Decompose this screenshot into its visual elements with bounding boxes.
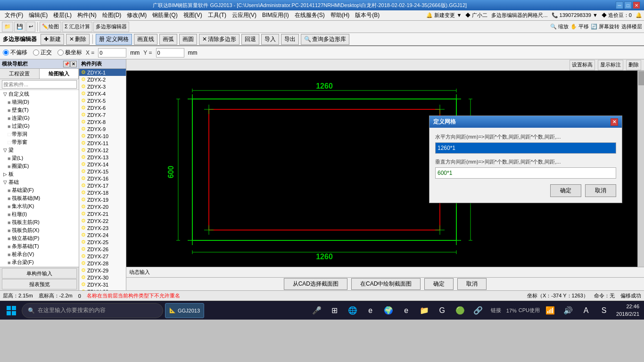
v-spacing-input[interactable] [435, 167, 616, 179]
tree-item[interactable]: ■ 柱墩(I) [0, 210, 79, 218]
poly-import-btn[interactable]: 导入 [261, 34, 279, 45]
comp-item-zdyx11[interactable]: ⚙ ZDYX-11 [79, 140, 126, 147]
comp-item-zdyx12[interactable]: ⚙ ZDYX-12 [79, 147, 126, 154]
tree-item[interactable]: □ 带形窗 [0, 138, 79, 146]
menu-edit[interactable]: 编辑(E) [26, 10, 50, 20]
volume-icon[interactable]: 🔊 [561, 303, 576, 318]
vertical-scrollbar[interactable] [637, 71, 644, 267]
radio-orthogonal-input[interactable] [33, 49, 39, 56]
dialog-close-button[interactable]: ✕ [611, 118, 618, 126]
task-icon[interactable]: ⊞ [327, 303, 342, 318]
tree-item[interactable]: ▽ 自定义线 [0, 90, 79, 98]
comp-item-zdyx19[interactable]: ⚙ ZDYX-19 [79, 196, 126, 203]
security-icon[interactable]: S [596, 303, 611, 318]
comp-item-zdyx3[interactable]: ⚙ ZDYX-3 [79, 83, 126, 90]
menu-version[interactable]: 版本号(B) [352, 10, 382, 20]
comp-item-zdyx25[interactable]: ⚙ ZDYX-25 [79, 239, 126, 246]
comp-item-zdyx29[interactable]: ⚙ ZDYX-29 [79, 267, 126, 274]
cad-select-btn[interactable]: 从CAD选择截面图 [284, 278, 347, 290]
comp-item-zdyx23[interactable]: ⚙ ZDYX-23 [79, 224, 126, 231]
menu-floor[interactable]: 楼层(L) [50, 10, 74, 20]
comp-item-zdyx17[interactable]: ⚙ ZDYX-17 [79, 182, 126, 189]
tree-item[interactable]: ■ 圈梁(E) [0, 162, 79, 170]
tree-item[interactable]: ■ 墙洞(D) [0, 98, 79, 106]
toolbar-open-btn[interactable]: 📁 [2, 22, 13, 32]
poly-circle-btn[interactable]: 画圆 [179, 34, 197, 45]
poly-line-btn[interactable]: 画直线 [134, 34, 157, 45]
comp-item-zdyx28[interactable]: ⚙ ZDYX-28 [79, 260, 126, 267]
tree-item[interactable]: ■ 过梁(G) [0, 122, 79, 130]
menu-rebar[interactable]: 钢筋量(Q) [149, 10, 180, 20]
toolbar-save-btn[interactable]: 💾 [14, 22, 25, 32]
poly-arc-btn[interactable]: 画弧 [159, 34, 177, 45]
poly-grid-btn[interactable]: 册 定义网格 [96, 34, 132, 45]
poly-query-btn[interactable]: 🔍 查询多边形库 [301, 34, 349, 45]
comp-item-zdyx26[interactable]: ⚙ ZDYX-26 [79, 246, 126, 253]
menu-view[interactable]: 视图(V) [181, 10, 205, 20]
comp-item-zdyx13[interactable]: ⚙ ZDYX-13 [79, 154, 126, 161]
tree-item[interactable]: ▽ 基础 [0, 178, 79, 186]
nav-tab-drawing[interactable]: 绘图输入 [40, 69, 79, 79]
comp-item-zdyx20[interactable]: ⚙ ZDYX-20 [79, 203, 126, 210]
y-input[interactable] [156, 48, 184, 58]
delete-btn[interactable]: 删除 [626, 60, 641, 70]
tree-item[interactable]: ■ 条形基础(T) [0, 242, 79, 250]
comp-item-zdyx5[interactable]: ⚙ ZDYX-5 [79, 97, 126, 104]
navigator-pin-btn[interactable]: 📌 [63, 61, 70, 67]
taskbar-search-box[interactable]: 🔍 在这里输入你要搜索的内容 [22, 303, 163, 318]
browser3-icon[interactable]: e [399, 303, 414, 318]
text-editor-icon[interactable]: G [435, 303, 450, 318]
show-annotation-btn[interactable]: 显示标注 [598, 60, 623, 70]
comp-item-zdyx9[interactable]: ⚙ ZDYX-9 [79, 125, 126, 132]
single-unit-btn[interactable]: 单构件输入 [2, 268, 77, 279]
comp-item-zdyx15[interactable]: ⚙ ZDYX-15 [79, 168, 126, 175]
dialog-ok-button[interactable]: 确定 [550, 184, 581, 197]
comp-item-zdyx21[interactable]: ⚙ ZDYX-21 [79, 210, 126, 217]
minimize-button[interactable]: ─ [616, 1, 623, 9]
comp-item-zdyx30[interactable]: ⚙ ZDYX-30 [79, 274, 126, 281]
toolbar-draw-btn[interactable]: ✏️ 绘图 [40, 22, 61, 32]
menu-file[interactable]: 文件(F) [2, 10, 26, 20]
comp-item-zdyx24[interactable]: ⚙ ZDYX-24 [79, 231, 126, 239]
comp-item-zdyx31[interactable]: ⚙ ZDYX-31 [79, 281, 126, 288]
poly-export-btn[interactable]: 导出 [281, 34, 299, 45]
taskbar-clock[interactable]: 22:46 2018/2/21 [614, 303, 641, 318]
tree-item[interactable]: ■ 集水坑(K) [0, 202, 79, 210]
tree-item[interactable]: ■ 筏板主筋(R) [0, 218, 79, 226]
set-elevation-btn[interactable]: 设置标高 [570, 60, 595, 70]
scroll-thumb[interactable] [638, 71, 644, 85]
folder-icon[interactable]: 📁 [417, 303, 432, 318]
menu-help[interactable]: 帮助(H) [328, 10, 353, 20]
poly-new-btn[interactable]: ✚ 新建 [41, 34, 64, 45]
comp-item-zdyx2[interactable]: ⚙ ZDYX-2 [79, 76, 126, 83]
radio-orthogonal[interactable]: 正交 [33, 49, 52, 57]
menu-cloud[interactable]: 云应用(V) [229, 10, 259, 20]
toolbar-undo-btn[interactable]: ↩ [26, 22, 35, 32]
mic-icon[interactable]: 🎤 [309, 303, 324, 318]
ie-icon[interactable]: e [363, 303, 378, 318]
nav-tab-settings[interactable]: 工程设置 [0, 69, 40, 79]
comp-item-zdyx14[interactable]: ⚙ ZDYX-14 [79, 161, 126, 168]
browser1-icon[interactable]: 🌐 [345, 303, 360, 318]
tree-item[interactable]: ■ 梁(L) [0, 154, 79, 162]
navigator-close-btn[interactable]: ✕ [70, 61, 77, 67]
comp-item-zdyx10[interactable]: ⚙ ZDYX-10 [79, 132, 126, 140]
menu-component[interactable]: 构件(N) [74, 10, 99, 20]
link-icon[interactable]: 🔗 [471, 303, 486, 318]
maximize-button[interactable]: □ [624, 1, 632, 9]
close-button[interactable]: ✕ [633, 1, 640, 9]
app-link-label[interactable]: 链接 [488, 303, 504, 318]
radio-polar[interactable]: 极坐标 [58, 49, 82, 57]
poly-clear-btn[interactable]: ✕ 清除多边形 [199, 34, 239, 45]
tree-item[interactable]: ■ 承台梁(F) [0, 258, 79, 266]
toolbar-polygon-btn[interactable]: 多边形编辑器 [93, 22, 129, 32]
confirm-btn[interactable]: 确定 [424, 278, 454, 290]
comp-item-zdyx32[interactable]: ⚙ ZDYX-32 [79, 288, 126, 290]
tree-item[interactable]: ▷ 板 [0, 170, 79, 178]
comp-item-zdyx22[interactable]: ⚙ ZDYX-22 [79, 217, 126, 224]
green-icon[interactable]: 🟢 [453, 303, 468, 318]
poly-undo-btn[interactable]: 回退 [241, 34, 259, 45]
tree-item[interactable]: □ 带形洞 [0, 130, 79, 138]
tree-item[interactable]: ▽ 梁 [0, 146, 79, 154]
comp-item-zdyx4[interactable]: ⚙ ZDYX-4 [79, 90, 126, 97]
